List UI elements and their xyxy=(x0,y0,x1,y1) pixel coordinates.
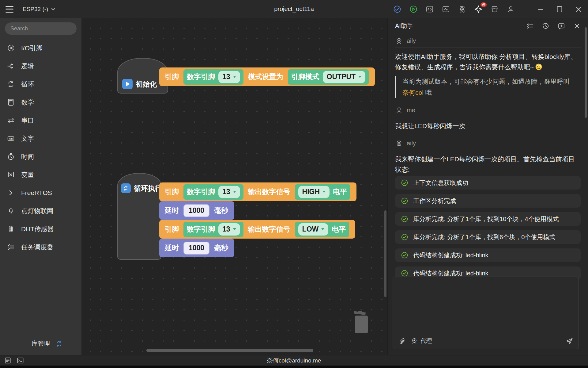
check-circle-icon xyxy=(401,270,408,277)
block-label: 毫秒 xyxy=(214,206,228,215)
delay-block[interactable]: 延时 1000 毫秒 xyxy=(159,201,234,220)
caret-down-icon xyxy=(233,191,236,193)
search-input[interactable] xyxy=(5,22,77,35)
delay-value-field[interactable]: 1000 xyxy=(183,242,209,255)
block-label: 模式设置为 xyxy=(248,72,283,82)
agent-mode-button[interactable]: 代理 xyxy=(411,337,432,345)
attachment-icon[interactable] xyxy=(398,337,406,345)
vertical-scrollbar[interactable] xyxy=(384,210,386,297)
sidebar-item-serial[interactable]: 串口 xyxy=(0,111,81,129)
ai-badge: AI xyxy=(481,2,487,7)
sidebar-item-time[interactable]: 时间 xyxy=(0,148,81,166)
agent-label: 代理 xyxy=(420,337,432,345)
sidebar-item-dht-sensor[interactable]: DHT传感器 xyxy=(0,220,81,238)
digital-pin-block[interactable]: 数字引脚 13 xyxy=(183,184,243,200)
delay-block[interactable]: 延时 1000 毫秒 xyxy=(159,239,234,257)
task-list-icon xyxy=(7,243,15,251)
loop-run-icon xyxy=(121,183,131,193)
send-icon[interactable] xyxy=(566,337,573,345)
block-label: 电平 xyxy=(333,187,347,197)
block-label: 数字引脚 xyxy=(187,224,215,234)
loop-hat-block[interactable]: 循环执行 xyxy=(117,173,161,260)
user-avatar-icon xyxy=(395,106,403,114)
message-text: 我来帮你创建一个LED每秒闪烁一次的项目。首先检查当前项目状态: xyxy=(395,155,575,173)
user-icon[interactable] xyxy=(507,5,515,13)
horizontal-scrollbar[interactable] xyxy=(146,349,313,352)
pin-mode-value-block[interactable]: 引脚模式 OUTPUT xyxy=(288,69,369,85)
level-value-block[interactable]: HIGH 电平 xyxy=(295,184,351,200)
upload-run-button[interactable] xyxy=(409,5,417,13)
history-icon[interactable] xyxy=(542,22,549,30)
bottom-strip xyxy=(0,366,588,368)
menu-icon[interactable] xyxy=(6,6,15,13)
library-manager-button[interactable]: 库管理 xyxy=(32,339,50,348)
board-selector[interactable]: ESP32 (-) xyxy=(23,6,56,13)
sidebar-item-label: I/O引脚 xyxy=(21,44,43,52)
sidebar-item-label: DHT传感器 xyxy=(21,225,54,233)
account-label[interactable]: 奈何col@arduino.me xyxy=(0,357,588,365)
sidebar-item-label: 数学 xyxy=(21,98,34,107)
block-label: 延时 xyxy=(165,206,179,215)
status-item: 代码结构创建成功: led-blink xyxy=(395,248,581,262)
pin-mode-block[interactable]: 引脚 数字引脚 13 模式设置为 引脚模式 OUTPUT xyxy=(159,67,375,86)
chat-message: aily 欢迎使用AI助手服务，我可以帮助你 分析项目、转换blockly库、修… xyxy=(395,34,581,104)
ai-assistant-panel: AI助手 aily 欢迎使用AI助手服务，我可以帮助你 分析项目、转换block… xyxy=(387,18,588,355)
digital-pin-block[interactable]: 数字引脚 13 xyxy=(183,222,243,237)
block-label: 引脚 xyxy=(165,224,179,234)
close-window-button[interactable] xyxy=(575,5,582,13)
robot-avatar-icon xyxy=(395,37,403,45)
block-label: 输出数字信号 xyxy=(248,187,290,197)
panel-scrollbar[interactable] xyxy=(585,27,587,118)
sidebar-item-variables[interactable]: 变量 xyxy=(0,166,81,184)
close-panel-icon[interactable] xyxy=(573,22,581,30)
blockly-workspace[interactable]: 初始化 引脚 数字引脚 13 模式设置为 引脚模式 OUTPUT 循环执行 xyxy=(81,18,387,355)
play-icon xyxy=(122,79,133,89)
sidebar-item-label: 变量 xyxy=(21,171,34,179)
pin-dropdown[interactable]: 13 xyxy=(218,71,240,83)
sidebar-item-task-scheduler[interactable]: 任务调度器 xyxy=(0,238,81,256)
chip-icon xyxy=(7,44,15,52)
sidebar-item-io-pins[interactable]: I/O引脚 xyxy=(0,39,81,57)
new-chat-icon[interactable] xyxy=(558,22,565,30)
notice-quote: 当前为测试版本，可能会有不少问题，如遇故障，群里呼叫 奈何col 哦 xyxy=(395,76,581,98)
chat-input-box[interactable]: 代理 xyxy=(393,277,579,349)
ai-assistant-button[interactable]: AI xyxy=(474,5,482,13)
digital-pin-block[interactable]: 数字引脚 13 xyxy=(183,69,243,85)
serial-monitor-button[interactable] xyxy=(442,5,450,13)
sidebar-item-loops[interactable]: 循环 xyxy=(0,75,81,93)
sidebar-item-blinker-iot[interactable]: 点灯物联网 xyxy=(0,202,81,220)
maximize-button[interactable] xyxy=(556,5,564,13)
refresh-icon[interactable] xyxy=(56,340,62,347)
sidebar-item-text[interactable]: AB 文字 xyxy=(0,129,81,148)
pin-dropdown[interactable]: 13 xyxy=(218,223,240,236)
caret-down-icon xyxy=(233,228,236,230)
block-label: 引脚 xyxy=(165,187,179,197)
sidebar-item-label: 循环 xyxy=(21,80,34,89)
store-icon[interactable] xyxy=(491,5,499,13)
sidebar-item-math[interactable]: 数学 xyxy=(0,93,81,111)
contact-name-link[interactable]: 奈何col xyxy=(402,89,424,96)
settings-icon[interactable] xyxy=(458,5,466,13)
sidebar-item-freertos[interactable]: FreeRTOS xyxy=(0,184,81,202)
level-dropdown[interactable]: HIGH xyxy=(298,186,330,198)
trash-icon[interactable] xyxy=(352,309,370,335)
task-checklist-icon[interactable] xyxy=(526,22,534,30)
robot-icon xyxy=(411,337,418,345)
code-view-button[interactable] xyxy=(426,5,434,13)
minimize-button[interactable] xyxy=(537,5,545,13)
delay-value-field[interactable]: 1000 xyxy=(183,204,209,217)
sidebar-item-logic[interactable]: 逻辑 xyxy=(0,57,81,75)
digital-write-low-block[interactable]: 引脚 数字引脚 13 输出数字信号 LOW 电平 xyxy=(159,220,355,239)
level-value-block[interactable]: LOW 电平 xyxy=(295,222,349,237)
verify-button[interactable] xyxy=(393,5,401,13)
digital-write-high-block[interactable]: 引脚 数字引脚 13 输出数字信号 HIGH 电平 xyxy=(159,182,356,201)
level-dropdown[interactable]: LOW xyxy=(298,223,329,236)
swap-arrows-icon xyxy=(7,116,15,125)
pin-dropdown[interactable]: 13 xyxy=(218,186,240,198)
loop-icon xyxy=(7,80,15,88)
message-text: 欢迎使用AI助手服务，我可以帮助你 分析项目、转换blockly库、修复错误、生… xyxy=(395,53,577,71)
block-category-sidebar: I/O引脚 逻辑 循环 数学 串口 AB 文字 xyxy=(0,18,81,355)
sidebar-item-label: 逻辑 xyxy=(21,62,34,71)
mode-dropdown[interactable]: OUTPUT xyxy=(323,71,366,83)
status-item: 上下文信息获取成功 xyxy=(395,176,581,190)
